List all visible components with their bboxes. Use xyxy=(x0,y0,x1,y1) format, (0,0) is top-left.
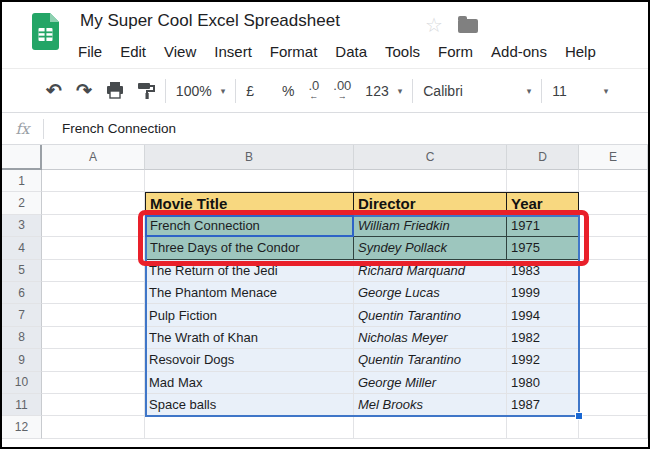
cell-E9[interactable] xyxy=(579,349,648,371)
cell-A8[interactable] xyxy=(42,327,145,349)
cell-C8[interactable]: Nicholas Meyer xyxy=(354,327,507,349)
cell-C1[interactable] xyxy=(354,170,507,192)
row-header-11[interactable]: 11 xyxy=(2,394,42,416)
cell-E1[interactable] xyxy=(579,170,648,192)
row-header-6[interactable]: 6 xyxy=(2,282,42,304)
star-icon[interactable]: ☆ xyxy=(425,13,443,37)
menu-addons[interactable]: Add-ons xyxy=(491,43,547,65)
menu-file[interactable]: File xyxy=(78,43,102,65)
row-header-2[interactable]: 2 xyxy=(2,192,42,214)
cell-E11[interactable] xyxy=(579,394,648,416)
cell-E3[interactable] xyxy=(579,215,648,237)
cell-A5[interactable] xyxy=(42,260,145,282)
cell-C4[interactable]: Syndey Pollack xyxy=(354,237,507,259)
cell-E10[interactable] xyxy=(579,372,648,394)
cell-E8[interactable] xyxy=(579,327,648,349)
cell-D10[interactable]: 1980 xyxy=(507,372,579,394)
font-family-select[interactable]: Calibri ▾ xyxy=(423,83,531,99)
cell-B2[interactable]: Movie Title xyxy=(145,192,354,214)
menu-data[interactable]: Data xyxy=(335,43,367,65)
print-button[interactable] xyxy=(106,77,124,105)
menu-edit[interactable]: Edit xyxy=(120,43,146,65)
cell-D3[interactable]: 1971 xyxy=(507,215,579,237)
formula-input[interactable]: French Connection xyxy=(44,121,648,136)
column-header-D[interactable]: D xyxy=(507,145,579,170)
row-header-4[interactable]: 4 xyxy=(2,237,42,259)
cell-E12[interactable] xyxy=(579,416,648,438)
fill-handle[interactable] xyxy=(575,412,583,420)
cell-A11[interactable] xyxy=(42,394,145,416)
cell-A4[interactable] xyxy=(42,237,145,259)
font-size-select[interactable]: 11 ▾ xyxy=(552,83,608,99)
cell-D1[interactable] xyxy=(507,170,579,192)
column-header-E[interactable]: E xyxy=(579,145,648,170)
cell-A10[interactable] xyxy=(42,372,145,394)
cell-B4[interactable]: Three Days of the Condor xyxy=(145,237,354,259)
cell-A6[interactable] xyxy=(42,282,145,304)
cell-E4[interactable] xyxy=(579,237,648,259)
more-formats-button[interactable]: 123 ▾ xyxy=(365,83,402,99)
cell-C3[interactable]: William Friedkin xyxy=(354,215,507,237)
paint-format-button[interactable] xyxy=(138,77,155,105)
cell-E5[interactable] xyxy=(579,260,648,282)
cell-A12[interactable] xyxy=(42,416,145,438)
folder-icon[interactable] xyxy=(458,19,478,33)
cell-B1[interactable] xyxy=(145,170,354,192)
cell-B11[interactable]: Space balls xyxy=(145,394,354,416)
row-header-5[interactable]: 5 xyxy=(2,260,42,282)
cell-A7[interactable] xyxy=(42,304,145,326)
cell-C12[interactable] xyxy=(354,416,507,438)
row-header-9[interactable]: 9 xyxy=(2,349,42,371)
currency-button[interactable]: £ xyxy=(246,83,254,99)
percent-button[interactable]: % xyxy=(282,83,294,99)
cell-B7[interactable]: Pulp Fiction xyxy=(145,304,354,326)
redo-button[interactable]: ↷ xyxy=(76,77,92,105)
cell-D11[interactable]: 1987 xyxy=(507,394,579,416)
cell-C9[interactable]: Quentin Tarantino xyxy=(354,349,507,371)
row-header-7[interactable]: 7 xyxy=(2,304,42,326)
zoom-control[interactable]: 100% ▾ xyxy=(176,83,225,99)
cell-C2[interactable]: Director xyxy=(354,192,507,214)
cell-B5[interactable]: The Return of the Jedi xyxy=(145,260,354,282)
cell-D7[interactable]: 1994 xyxy=(507,304,579,326)
cell-B9[interactable]: Resovoir Dogs xyxy=(145,349,354,371)
cell-D9[interactable]: 1992 xyxy=(507,349,579,371)
row-header-3[interactable]: 3 xyxy=(2,215,42,237)
column-header-A[interactable]: A xyxy=(42,145,145,170)
row-header-8[interactable]: 8 xyxy=(2,327,42,349)
cell-E2[interactable] xyxy=(579,192,648,214)
cell-A3[interactable] xyxy=(42,215,145,237)
row-header-1[interactable]: 1 xyxy=(2,170,42,192)
menu-help[interactable]: Help xyxy=(565,43,596,65)
cell-B12[interactable] xyxy=(145,416,354,438)
menu-form[interactable]: Form xyxy=(438,43,473,65)
cell-E6[interactable] xyxy=(579,282,648,304)
cell-B6[interactable]: The Phantom Menace xyxy=(145,282,354,304)
row-header-12[interactable]: 12 xyxy=(2,416,42,438)
column-header-C[interactable]: C xyxy=(354,145,507,170)
cell-C11[interactable]: Mel Brooks xyxy=(354,394,507,416)
increase-decimal-button[interactable]: .00 → xyxy=(333,81,351,101)
cell-E7[interactable] xyxy=(579,304,648,326)
cell-B8[interactable]: The Wrath of Khan xyxy=(145,327,354,349)
undo-button[interactable]: ↶ xyxy=(46,77,62,105)
cell-B10[interactable]: Mad Max xyxy=(145,372,354,394)
document-title[interactable]: My Super Cool Excel Spreadsheet xyxy=(80,11,340,31)
cell-A2[interactable] xyxy=(42,192,145,214)
row-header-10[interactable]: 10 xyxy=(2,372,42,394)
column-header-B[interactable]: B xyxy=(145,145,354,170)
menu-format[interactable]: Format xyxy=(270,43,318,65)
menu-insert[interactable]: Insert xyxy=(214,43,252,65)
cell-A1[interactable] xyxy=(42,170,145,192)
select-all-corner[interactable] xyxy=(2,145,42,170)
cell-D8[interactable]: 1982 xyxy=(507,327,579,349)
cell-D2[interactable]: Year xyxy=(507,192,579,214)
cell-C10[interactable]: George Miller xyxy=(354,372,507,394)
cell-C7[interactable]: Quentin Tarantino xyxy=(354,304,507,326)
cell-A9[interactable] xyxy=(42,349,145,371)
decrease-decimal-button[interactable]: .0 ← xyxy=(308,81,319,101)
cell-C5[interactable]: Richard Marquand xyxy=(354,260,507,282)
cell-D4[interactable]: 1975 xyxy=(507,237,579,259)
menu-tools[interactable]: Tools xyxy=(385,43,420,65)
cell-C6[interactable]: George Lucas xyxy=(354,282,507,304)
